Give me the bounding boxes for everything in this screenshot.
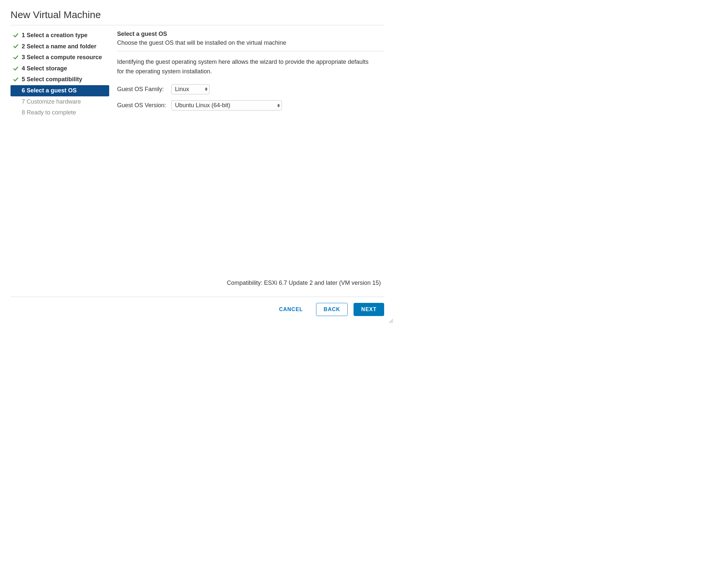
step-1-select-creation-type[interactable]: 1 Select a creation type bbox=[10, 30, 109, 41]
wizard-steps-nav: 1 Select a creation type 2 Select a name… bbox=[10, 30, 109, 119]
step-8-ready-to-complete: 8 Ready to complete bbox=[10, 107, 109, 119]
step-6-select-guest-os[interactable]: 6 Select a guest OS bbox=[10, 85, 109, 96]
new-vm-wizard-dialog: New Virtual Machine 1 Select a creation … bbox=[0, 0, 395, 324]
panel-subheading: Choose the guest OS that will be install… bbox=[117, 40, 384, 46]
guest-os-version-select-wrap: Ubuntu Linux (64-bit) bbox=[171, 100, 282, 110]
step-label: 2 Select a name and folder bbox=[22, 43, 97, 50]
panel-divider bbox=[117, 51, 384, 51]
back-button[interactable]: Back bbox=[316, 303, 348, 316]
checkmark-icon bbox=[13, 44, 19, 49]
resize-grip-icon[interactable] bbox=[389, 319, 393, 323]
guest-os-version-select[interactable]: Ubuntu Linux (64-bit) bbox=[171, 100, 282, 110]
guest-os-version-label: Guest OS Version: bbox=[117, 102, 171, 109]
help-text: Identifying the guest operating system h… bbox=[117, 57, 374, 76]
step-label: 7 Customize hardware bbox=[22, 98, 81, 106]
guest-os-family-label: Guest OS Family: bbox=[117, 86, 171, 93]
next-button[interactable]: Next bbox=[354, 303, 384, 316]
step-label: 5 Select compatibility bbox=[22, 76, 82, 83]
step-label: 3 Select a compute resource bbox=[22, 54, 102, 61]
checkmark-icon bbox=[13, 55, 19, 60]
step-4-select-storage[interactable]: 4 Select storage bbox=[10, 63, 109, 74]
guest-os-family-row: Guest OS Family: Linux bbox=[117, 84, 384, 94]
guest-os-family-select[interactable]: Linux bbox=[171, 84, 210, 94]
checkmark-icon bbox=[13, 33, 19, 38]
step-label: 4 Select storage bbox=[22, 65, 67, 72]
dialog-body: 1 Select a creation type 2 Select a name… bbox=[10, 30, 384, 119]
title-divider bbox=[10, 25, 384, 25]
dialog-title: New Virtual Machine bbox=[10, 9, 384, 20]
guest-os-family-select-wrap: Linux bbox=[171, 84, 210, 94]
step-3-select-compute-resource[interactable]: 3 Select a compute resource bbox=[10, 52, 109, 63]
wizard-content-panel: Select a guest OS Choose the guest OS th… bbox=[117, 30, 384, 119]
step-label: 6 Select a guest OS bbox=[22, 87, 77, 94]
footer-button-bar: Cancel Back Next bbox=[272, 303, 384, 316]
compatibility-text: Compatibility: ESXi 6.7 Update 2 and lat… bbox=[227, 279, 381, 287]
step-label: 1 Select a creation type bbox=[22, 32, 87, 39]
step-5-select-compatibility[interactable]: 5 Select compatibility bbox=[10, 74, 109, 85]
footer-divider bbox=[10, 297, 384, 297]
cancel-button[interactable]: Cancel bbox=[272, 303, 310, 316]
panel-heading: Select a guest OS bbox=[117, 30, 384, 38]
step-2-select-name-folder[interactable]: 2 Select a name and folder bbox=[10, 41, 109, 52]
guest-os-version-row: Guest OS Version: Ubuntu Linux (64-bit) bbox=[117, 100, 384, 110]
checkmark-icon bbox=[13, 66, 19, 71]
checkmark-icon bbox=[13, 77, 19, 82]
step-7-customize-hardware: 7 Customize hardware bbox=[10, 96, 109, 107]
step-label: 8 Ready to complete bbox=[22, 109, 76, 117]
